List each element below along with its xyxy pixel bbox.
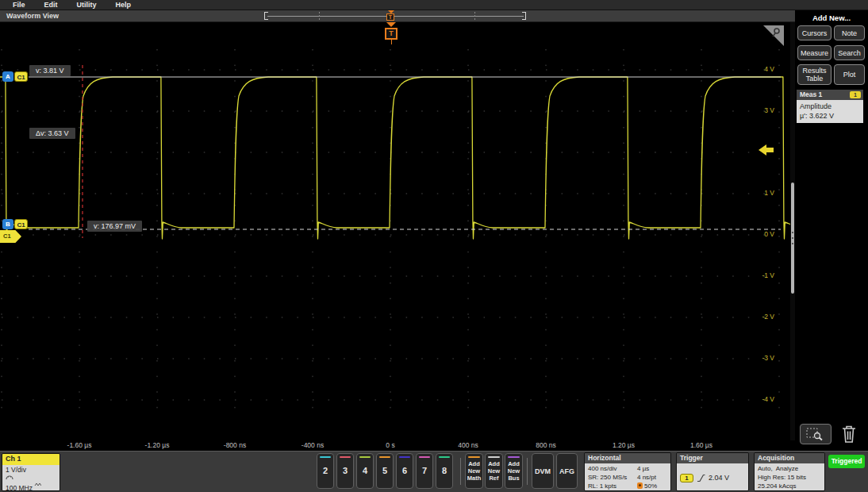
channel-6-button[interactable]: 6 <box>396 453 413 489</box>
channel-color-stripe <box>399 456 410 458</box>
cursor-a-readout: v: 3.81 V <box>29 65 71 76</box>
plot-button[interactable]: Plot <box>834 64 865 85</box>
zoom-select-button[interactable] <box>800 424 832 444</box>
waveform-view-titlebar: Waveform View T <box>0 10 868 22</box>
position-icon <box>637 482 643 489</box>
trigger-t-icon: T <box>385 28 398 40</box>
note-button[interactable]: Note <box>834 25 865 40</box>
add-new-ref-label: Add New Ref <box>486 460 502 482</box>
measure-button[interactable]: Measure <box>797 45 832 60</box>
splitter-grip[interactable] <box>791 183 794 294</box>
overview-bar <box>267 16 524 17</box>
channel-8-button[interactable]: 8 <box>436 453 453 489</box>
h-sample-rate: SR: 250 MS/s <box>588 473 637 482</box>
h-window: 4 µs <box>637 464 667 473</box>
add-new-header: Add New... <box>795 13 868 22</box>
h-resolution: 4 ns/pt <box>637 473 667 482</box>
ch1-bandwidth: 100 MHz <box>6 482 56 491</box>
channel-1-badge[interactable]: Ch 1 1 V/div 100 MHz <box>2 453 60 491</box>
channel-number: 5 <box>377 466 393 475</box>
grip-dot <box>792 237 793 239</box>
y-axis-label: 1 V <box>751 189 774 197</box>
separator <box>460 458 461 485</box>
h-scale: 400 ns/div <box>588 464 637 473</box>
channel-3-button[interactable]: 3 <box>336 453 354 489</box>
probe-coupling-icon <box>6 474 15 480</box>
menu-utility[interactable]: Utility <box>77 1 97 9</box>
menu-help[interactable]: Help <box>116 1 132 9</box>
chevron-down-icon <box>386 22 396 27</box>
arrow-tail <box>766 148 774 152</box>
menu-file[interactable]: File <box>13 1 25 9</box>
ch1-bandwidth-value: 100 MHz <box>6 484 33 491</box>
y-axis-label: -2 V <box>751 313 774 321</box>
channel-number: 7 <box>417 466 432 475</box>
cursor-a-badge[interactable]: A <box>2 71 13 82</box>
x-axis-label: -400 ns <box>285 441 340 449</box>
acquisition-title: Acquisition <box>755 453 824 463</box>
results-table-button[interactable]: Results Table <box>797 64 832 85</box>
cursor-b-channel-badge[interactable]: C1 <box>14 219 28 229</box>
y-axis-label: -4 V <box>751 395 774 403</box>
add-new-bus-button[interactable]: Add New Bus <box>505 453 523 489</box>
acq-mode: Auto, Analyze <box>758 464 821 473</box>
channel-7-button[interactable]: 7 <box>416 453 433 489</box>
dvm-button[interactable]: DVM <box>532 453 554 489</box>
meas-source-badge: 1 <box>850 91 861 98</box>
acquisition-panel[interactable]: Acquisition Auto, Analyze High Res: 15 b… <box>754 452 825 491</box>
afg-button[interactable]: AFG <box>556 453 578 489</box>
waveform-plot-area[interactable]: 4 V 3 V 1 V 0 V -1 V -2 V -3 V -4 V v: 3… <box>0 22 790 440</box>
trigger-title: Trigger <box>677 453 748 463</box>
trigger-panel[interactable]: Trigger 1 2.04 V <box>676 452 749 491</box>
overview-left-bracket[interactable] <box>264 12 268 20</box>
channel-number: 8 <box>436 466 452 475</box>
delta-v-readout: Δv: 3.63 V <box>29 128 75 139</box>
y-axis-label: -3 V <box>751 354 774 362</box>
horizontal-panel[interactable]: Horizontal 400 ns/div 4 µs SR: 250 MS/s … <box>584 452 671 491</box>
trash-button[interactable] <box>839 423 860 445</box>
cursors-button[interactable]: Cursors <box>797 25 832 40</box>
channel-5-button[interactable]: 5 <box>376 453 394 489</box>
arrow-left-icon <box>759 144 766 156</box>
menu-edit[interactable]: Edit <box>44 1 58 9</box>
channel-number: 3 <box>337 466 353 475</box>
cursor-b-readout: v: 176.97 mV <box>87 221 142 232</box>
cursor-b-badge[interactable]: B <box>2 219 13 229</box>
meas-1-title: Meas 1 <box>800 90 822 98</box>
trigger-level-arrow[interactable] <box>759 144 774 156</box>
x-axis-label: 800 ns <box>518 441 574 449</box>
add-new-ref-button[interactable]: Add New Ref <box>485 453 503 489</box>
cursor-a-channel-badge[interactable]: C1 <box>14 71 28 82</box>
channel-number: 2 <box>317 466 333 475</box>
h-position: 50% <box>637 482 667 490</box>
channel-2-button[interactable]: 2 <box>317 453 334 489</box>
magnifier-icon <box>771 27 782 38</box>
horizontal-title: Horizontal <box>585 453 670 463</box>
overview-trigger-marker[interactable]: T <box>386 10 395 21</box>
search-button[interactable]: Search <box>834 45 865 60</box>
trigger-position-flag[interactable]: T <box>384 22 398 51</box>
x-axis-label: 0 s <box>363 441 418 449</box>
channel-color-stripe <box>379 456 390 458</box>
y-axis-label: 0 V <box>751 230 774 238</box>
h-position-value: 50% <box>644 482 657 490</box>
channel-4-button[interactable]: 4 <box>356 453 374 489</box>
grip-dot <box>792 243 793 244</box>
oscilloscope-app: File Edit Utility Help Waveform View T 4… <box>0 0 868 492</box>
overview-right-bracket[interactable] <box>522 12 526 20</box>
settings-bar: Ch 1 1 V/div 100 MHz 2 3 <box>0 451 868 492</box>
ref-color-stripe <box>488 456 500 458</box>
y-axis-label: 4 V <box>751 65 774 73</box>
acq-resolution: High Res: 15 bits <box>758 473 821 482</box>
trash-icon <box>839 423 858 445</box>
math-color-stripe <box>468 456 480 458</box>
results-bar: Add New... Cursors Note Measure Search R… <box>795 10 868 451</box>
meas-1-badge[interactable]: Meas 1 1 Amplitude µ': 3.622 V <box>797 90 863 123</box>
zoom-box-icon <box>805 426 826 442</box>
time-axis: -1.60 µs -1.20 µs -800 ns -400 ns 0 s 40… <box>0 440 790 451</box>
bus-color-stripe <box>508 456 520 458</box>
acquisition-settings: Auto, Analyze High Res: 15 bits 25.204 k… <box>755 463 824 491</box>
add-new-math-button[interactable]: Add New Math <box>465 453 483 489</box>
x-axis-label: -800 ns <box>207 441 263 449</box>
separator <box>527 458 528 485</box>
